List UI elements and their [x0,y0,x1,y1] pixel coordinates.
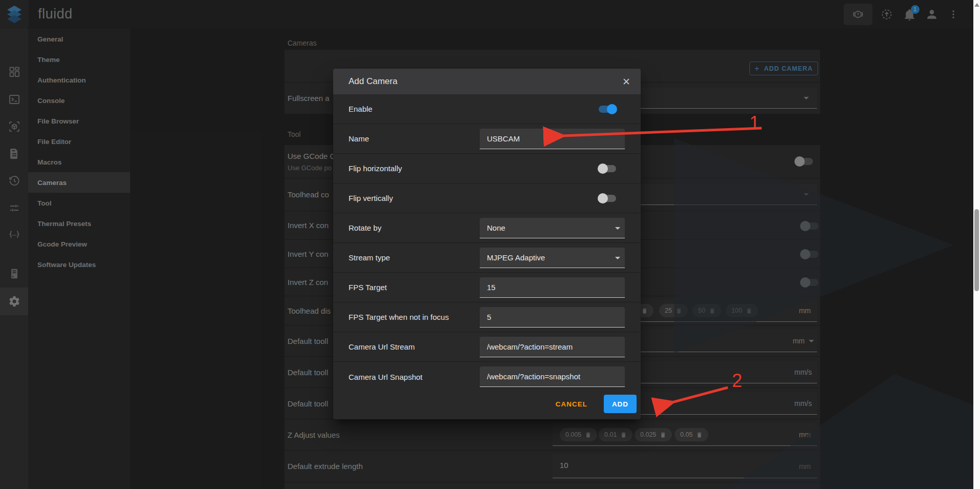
camera-url-snapshot-input[interactable] [480,366,625,387]
flip-vertically-row: Flip vertically [333,184,641,213]
chevron-down-icon [615,227,620,230]
add-button[interactable]: ADD [604,395,637,413]
cancel-button[interactable]: CANCEL [553,400,590,409]
fps-target-unfocused-input[interactable] [480,307,625,328]
dialog-header: Add Camera ✕ [333,69,641,94]
stream-type-row: Stream type MJPEG Adaptive [333,243,641,273]
scrollbar-thumb[interactable] [974,209,979,291]
camera-url-stream-row: Camera Url Stream [333,332,641,362]
name-input[interactable] [480,129,625,149]
name-row: Name [333,124,641,154]
fps-target-input[interactable] [480,277,625,298]
camera-url-snapshot-row: Camera Url Snapshot [333,362,641,392]
add-camera-dialog: Add Camera ✕ Enable Name Flip horizontal… [333,69,641,419]
dialog-title: Add Camera [349,76,622,87]
flip-horizontal-toggle[interactable] [599,165,616,172]
scrollbar-up-arrow[interactable] [974,3,979,7]
fluidd-app: fluidd 1 [0,0,980,489]
stream-type-select[interactable]: MJPEG Adaptive [480,248,625,268]
fps-target-row: FPS Target [333,273,641,302]
page-scrollbar[interactable] [973,0,980,489]
close-icon[interactable]: ✕ [622,77,630,87]
fps-target-unfocused-row: FPS Target when not in focus [333,302,641,332]
flip-horizontally-row: Flip horizontally [333,154,641,184]
enable-toggle[interactable] [599,106,616,113]
rotate-by-row: Rotate by None [333,213,641,243]
camera-url-stream-input[interactable] [480,337,625,357]
enable-row: Enable [333,94,641,124]
chevron-down-icon [615,257,620,259]
rotate-by-select[interactable]: None [480,218,625,238]
flip-vertical-toggle[interactable] [599,195,616,202]
dialog-footer: CANCEL ADD [333,392,641,419]
dialog-body: Enable Name Flip horizontally Flip verti… [333,94,641,392]
